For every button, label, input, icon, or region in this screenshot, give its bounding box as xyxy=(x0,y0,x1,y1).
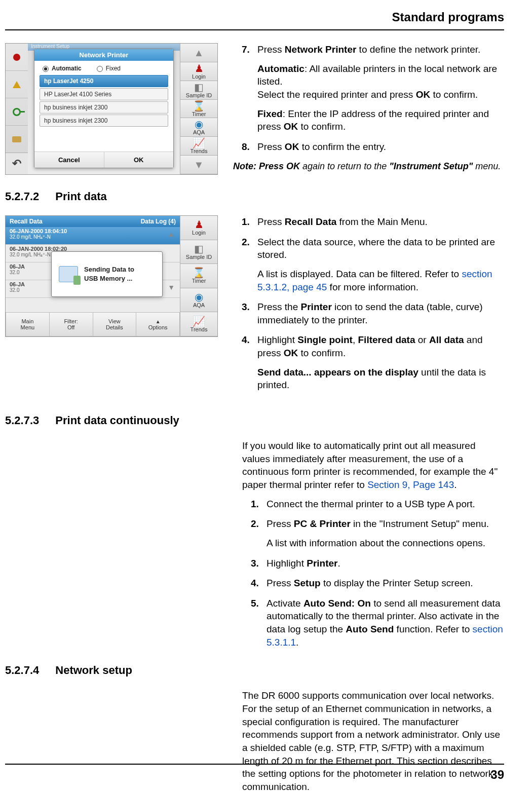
s5273-step4: Press Setup to display the Printer Setup… xyxy=(261,577,504,590)
head-rule xyxy=(5,29,504,30)
fig2-header-right: Data Log (4) xyxy=(141,218,176,225)
fig2-sending-dialog: Sending Data to USB Memory ... xyxy=(51,251,163,297)
steps-5273: Connect the thermal printer to a USB typ… xyxy=(242,498,504,649)
s5272-step1: Press Recall Data from the Main Menu. xyxy=(252,215,504,229)
fig2-screenshot: Recall Data Data Log (4) 06-JAN-2000 18:… xyxy=(5,215,218,337)
fig1-login-btn: ♟Login xyxy=(180,62,217,81)
text-5272: Press Recall Data from the Main Menu. Se… xyxy=(233,215,504,399)
s5272-step2: Select the data source, where the data t… xyxy=(252,236,504,294)
heading-5273-title: Print data continuously xyxy=(55,414,179,427)
s5272-step4: Highlight Single point, Filtered data or… xyxy=(252,333,504,392)
page: Standard programs ↶ Instrument Setup ▲ ♟… xyxy=(0,0,532,791)
fig1-radio-row: Automatic Fixed xyxy=(34,61,173,75)
usb-send-icon xyxy=(59,266,78,282)
heading-5273-num: 5.2.7.3 xyxy=(5,414,39,427)
fig1-down-arrow: ▼ xyxy=(180,156,217,174)
note-instrument-setup: Note: Press OK again to return to the "I… xyxy=(233,160,504,172)
fig1-screenshot: ↶ Instrument Setup ▲ ♟Login ◧Sample ID ⌛… xyxy=(5,43,218,175)
row-print-data: Recall Data Data Log (4) 06-JAN-2000 18:… xyxy=(5,215,504,399)
figure-network-printer: ↶ Instrument Setup ▲ ♟Login ◧Sample ID ⌛… xyxy=(5,43,218,175)
fig1-aqa-btn: ◉AQA xyxy=(180,118,217,137)
icon-key xyxy=(6,98,28,126)
icon-person xyxy=(6,44,28,71)
text-5271: Press Network Printer to define the netw… xyxy=(233,43,504,173)
foot-rule xyxy=(5,764,504,765)
fig2-trends-btn: 📈Trends xyxy=(180,312,217,336)
heading-5274-title: Network setup xyxy=(55,664,132,677)
fig1-up-arrow: ▲ xyxy=(180,44,217,62)
icon-star xyxy=(6,71,28,98)
heading-5274: 5.2.7.4 Network setup xyxy=(5,664,504,677)
fig1-ok-btn: OK xyxy=(104,152,174,168)
fig1-cancel-btn: Cancel xyxy=(34,152,104,168)
fig2-header-left: Recall Data xyxy=(10,218,43,225)
fig1-dialog-title: Network Printer xyxy=(34,49,173,61)
up-arrow-icon: ▲ xyxy=(168,230,175,238)
fig1-printer-1: HP LaserJet 4100 Series xyxy=(40,88,168,100)
fig2-timer-btn: ⌛Timer xyxy=(180,264,217,288)
heading-5272-title: Print data xyxy=(55,190,106,203)
icon-folder xyxy=(6,126,28,153)
fig2-main-menu-btn: MainMenu xyxy=(6,312,50,336)
fig1-dialog-buttons: Cancel OK xyxy=(34,152,173,168)
s5273-intro: If you would like to automatically print… xyxy=(242,439,504,492)
fig1-radio-automatic: Automatic xyxy=(43,65,82,72)
fig2-sampleid-btn: ◧Sample ID xyxy=(180,240,217,265)
step-8: Press OK to confirm the entry. xyxy=(252,140,504,154)
fig2-row-0: 06-JAN-2000 18:04:10 32.0 mg/L NH₄⁺-N ▲ xyxy=(6,227,180,245)
fig1-sampleid-btn: ◧Sample ID xyxy=(180,81,217,100)
heading-5273: 5.2.7.3 Print data continuously xyxy=(5,414,504,427)
fig1-dialog: Network Printer Automatic Fixed hp Laser… xyxy=(34,49,174,168)
text-5274: The DR 6000 supports communication over … xyxy=(242,689,504,791)
icon-return: ↶ xyxy=(6,153,28,174)
fig1-timer-btn: ⌛Timer xyxy=(180,100,217,119)
fig1-left-rail xyxy=(6,44,28,153)
s5273-step3: Highlight Printer. xyxy=(261,557,504,570)
heading-5272: 5.2.7.2 Print data xyxy=(5,190,504,203)
fig2-sending-text: Sending Data to USB Memory ... xyxy=(84,265,134,283)
fig1-printer-3: hp business inkjet 2300 xyxy=(40,115,168,127)
fig2-view-btn: ViewDetails xyxy=(93,312,137,336)
running-head: Standard programs xyxy=(5,10,504,29)
fig1-trends-btn: 📈Trends xyxy=(180,137,217,156)
s5273-step5: Activate Auto Send: On to send all measu… xyxy=(261,597,504,649)
fig1-printer-2: hp business inkjet 2300 xyxy=(40,101,168,114)
fig1-right-rail: ▲ ♟Login ◧Sample ID ⌛Timer ◉AQA 📈Trends … xyxy=(180,44,217,174)
fig2-header: Recall Data Data Log (4) xyxy=(6,216,180,227)
step-7: Press Network Printer to define the netw… xyxy=(252,43,504,133)
fig1-printer-list: hp LaserJet 4250 HP LaserJet 4100 Series… xyxy=(40,75,168,148)
heading-5272-num: 5.2.7.2 xyxy=(5,190,39,203)
s5274-para: The DR 6000 supports communication over … xyxy=(242,689,504,791)
steps-7-8: Press Network Printer to define the netw… xyxy=(233,43,504,153)
page-number: 39 xyxy=(490,768,504,782)
fig1-radio-fixed: Fixed xyxy=(97,65,121,72)
fig2-aqa-btn: ◉AQA xyxy=(180,288,217,313)
down-arrow-icon: ▼ xyxy=(168,283,175,291)
fig2-options-btn: ▲Options xyxy=(136,312,180,336)
fig2-login-btn: ♟Login xyxy=(180,216,217,240)
fig2-right-rail: ♟Login ◧Sample ID ⌛Timer ◉AQA 📈Trends xyxy=(180,216,217,336)
text-5273: If you would like to automatically print… xyxy=(242,439,504,649)
row-network-printer: ↶ Instrument Setup ▲ ♟Login ◧Sample ID ⌛… xyxy=(5,43,504,175)
heading-5274-num: 5.2.7.4 xyxy=(5,664,39,677)
steps-5272: Press Recall Data from the Main Menu. Se… xyxy=(233,215,504,392)
s5273-step2: Press PC & Printer in the "Instrument Se… xyxy=(261,517,504,549)
figure-recall-data: Recall Data Data Log (4) 06-JAN-2000 18:… xyxy=(5,215,218,337)
fig2-filter-btn: Filter:Off xyxy=(50,312,93,336)
link-section9: Section 9, Page 143 xyxy=(367,479,454,490)
fig2-bottom-bar: MainMenu Filter:Off ViewDetails ▲Options xyxy=(6,312,180,336)
fig1-printer-0: hp LaserJet 4250 xyxy=(40,75,168,87)
s5272-step3: Press the Printer icon to send the data … xyxy=(252,300,504,326)
s5273-step1: Connect the thermal printer to a USB typ… xyxy=(261,498,504,511)
